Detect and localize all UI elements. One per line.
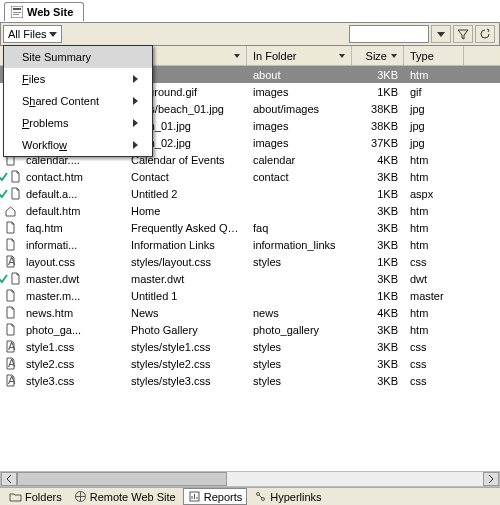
row-icon-cell — [0, 170, 20, 183]
menu-item-problems[interactable]: Problems — [4, 112, 152, 134]
column-header-type[interactable]: Type — [404, 46, 464, 65]
cell-size: 38KB — [352, 120, 404, 132]
cell-title: Information Links — [125, 239, 247, 251]
funnel-icon — [457, 28, 469, 40]
cell-folder: images — [247, 137, 352, 149]
cell-type: css — [404, 256, 464, 268]
svg-text:A: A — [8, 357, 16, 369]
cell-size: 3KB — [352, 324, 404, 336]
menu-item-workflow[interactable]: Workflow — [4, 134, 152, 156]
menu-item-files[interactable]: Files — [4, 68, 152, 90]
row-icon-cell — [0, 238, 20, 251]
cell-type: css — [404, 358, 464, 370]
scroll-thumb[interactable] — [17, 472, 227, 486]
cell-type: jpg — [404, 137, 464, 149]
cell-name: default.a... — [20, 188, 125, 200]
cell-name: style2.css — [20, 358, 125, 370]
cell-name: master.dwt — [20, 273, 125, 285]
file-row[interactable]: faq.htmFrequently Asked Questionsfaq3KBh… — [0, 219, 500, 236]
cell-title: styles/layout.css — [125, 256, 247, 268]
cell-name: photo_ga... — [20, 324, 125, 336]
file-row[interactable]: contact.htmContactcontact3KBhtm — [0, 168, 500, 185]
file-row[interactable]: default.a...Untitled 21KBaspx — [0, 185, 500, 202]
scroll-right-button[interactable] — [483, 472, 499, 486]
cell-name: layout.css — [20, 256, 125, 268]
file-icon — [4, 204, 17, 217]
status-bar: Folders Remote Web Site Reports Hyperlin… — [0, 487, 500, 505]
cell-size: 3KB — [352, 358, 404, 370]
row-icon-cell — [0, 221, 20, 234]
cell-folder: faq — [247, 222, 352, 234]
scroll-track[interactable] — [17, 472, 483, 486]
file-row[interactable]: Alayout.cssstyles/layout.cssstyles1KBcss — [0, 253, 500, 270]
file-icon: A — [4, 255, 17, 268]
reports-menu: Site Summary Files Shared Content Proble… — [3, 45, 153, 157]
cell-folder: styles — [247, 341, 352, 353]
cell-title: Home — [125, 205, 247, 217]
cell-type: dwt — [404, 273, 464, 285]
file-row[interactable]: master.m...Untitled 11KBmaster — [0, 287, 500, 304]
search-input[interactable] — [349, 25, 429, 43]
status-tab-hyperlinks[interactable]: Hyperlinks — [249, 488, 326, 505]
chevron-down-icon — [437, 32, 445, 37]
cell-folder: information_links — [247, 239, 352, 251]
check-icon — [0, 172, 8, 182]
row-icon-cell: A — [0, 357, 20, 370]
cell-size: 3KB — [352, 273, 404, 285]
svg-text:A: A — [8, 340, 16, 352]
scroll-left-button[interactable] — [1, 472, 17, 486]
menu-item-site-summary[interactable]: Site Summary — [4, 46, 152, 68]
reports-icon — [188, 490, 201, 503]
file-row[interactable]: Astyle1.cssstyles/style1.cssstyles3KBcss — [0, 338, 500, 355]
cell-folder: images — [247, 120, 352, 132]
submenu-arrow-icon — [133, 97, 138, 105]
file-row[interactable]: informati...Information Linksinformation… — [0, 236, 500, 253]
file-row[interactable]: Astyle3.cssstyles/style3.cssstyles3KBcss — [0, 372, 500, 389]
horizontal-scrollbar[interactable] — [0, 471, 500, 487]
cell-type: gif — [404, 86, 464, 98]
cell-size: 37KB — [352, 137, 404, 149]
menu-item-shared-content[interactable]: Shared Content — [4, 90, 152, 112]
refresh-button[interactable] — [475, 25, 495, 43]
row-icon-cell: A — [0, 255, 20, 268]
status-tab-folders[interactable]: Folders — [4, 488, 67, 505]
status-tab-remote[interactable]: Remote Web Site — [69, 488, 181, 505]
cell-type: jpg — [404, 103, 464, 115]
cell-folder: images — [247, 86, 352, 98]
file-icon: A — [4, 340, 17, 353]
cell-size: 4KB — [352, 154, 404, 166]
cell-size: 1KB — [352, 86, 404, 98]
check-icon — [0, 189, 8, 199]
cell-folder: styles — [247, 358, 352, 370]
column-header-in-folder[interactable]: In Folder — [247, 46, 352, 65]
cell-type: css — [404, 341, 464, 353]
cell-name: contact.htm — [20, 171, 125, 183]
cell-title: Contact — [125, 171, 247, 183]
file-row[interactable]: news.htmNewsnews4KBhtm — [0, 304, 500, 321]
row-icon-cell: A — [0, 340, 20, 353]
cell-title: Photo Gallery — [125, 324, 247, 336]
file-row[interactable]: default.htmHome3KBhtm — [0, 202, 500, 219]
file-icon: A — [4, 357, 17, 370]
file-icon — [4, 323, 17, 336]
cell-type: htm — [404, 154, 464, 166]
chevron-down-icon — [49, 32, 57, 37]
column-header-size[interactable]: Size — [352, 46, 404, 65]
filter-button[interactable] — [453, 25, 473, 43]
search-dropdown-button[interactable] — [431, 25, 451, 43]
svg-text:A: A — [8, 374, 16, 386]
file-row[interactable]: photo_ga...Photo Galleryphoto_gallery3KB… — [0, 321, 500, 338]
website-icon — [11, 6, 23, 18]
view-dropdown[interactable]: All Files — [3, 25, 62, 43]
cell-type: htm — [404, 205, 464, 217]
file-row[interactable]: Astyle2.cssstyles/style2.cssstyles3KBcss — [0, 355, 500, 372]
row-icon-cell — [0, 187, 20, 200]
cell-type: htm — [404, 324, 464, 336]
file-row[interactable]: master.dwtmaster.dwt3KBdwt — [0, 270, 500, 287]
window-tab[interactable]: Web Site — [4, 2, 84, 21]
status-tab-reports[interactable]: Reports — [183, 488, 248, 505]
sort-icon — [234, 54, 240, 58]
cell-folder: news — [247, 307, 352, 319]
cell-title: styles/style2.css — [125, 358, 247, 370]
view-dropdown-label: All Files — [8, 28, 47, 40]
